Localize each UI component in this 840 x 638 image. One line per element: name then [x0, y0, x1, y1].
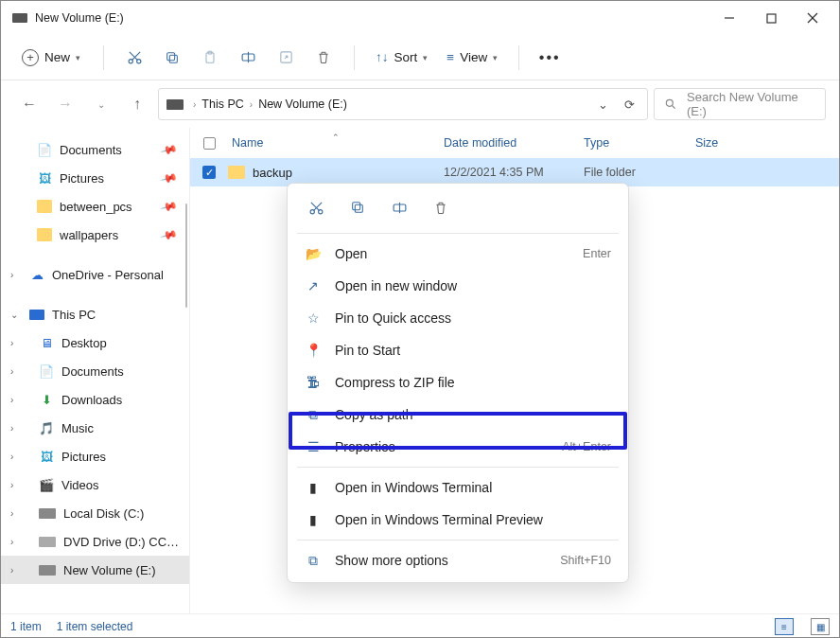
ctx-open-new-window[interactable]: ↗Open in new window	[293, 270, 622, 302]
nav-videos[interactable]: ›🎬Videos	[1, 470, 189, 499]
search-icon	[664, 97, 677, 111]
folder-open-icon: 📂	[305, 246, 322, 261]
address-bar[interactable]: › This PC › New Volume (E:) ⌄ ⟳	[158, 88, 648, 120]
chevron-right-icon[interactable]: ›	[10, 270, 13, 280]
share-button[interactable]	[269, 42, 303, 74]
svg-rect-22	[353, 203, 360, 210]
minimize-button[interactable]	[709, 1, 750, 35]
col-size[interactable]: Size	[695, 136, 761, 150]
pin-icon: 📌	[160, 197, 179, 216]
svg-rect-9	[167, 52, 175, 60]
ctx-copy-button[interactable]	[341, 193, 375, 222]
col-name[interactable]: Name⌃	[228, 136, 444, 150]
svg-rect-1	[767, 14, 776, 23]
details-view-button[interactable]: ≡	[775, 618, 794, 635]
nav-pane[interactable]: 📄Documents📌 🖼Pictures📌 between_pcs📌 wall…	[1, 128, 190, 613]
chevron-right-icon[interactable]: ›	[10, 395, 13, 405]
window-title: New Volume (E:)	[35, 11, 124, 25]
svg-line-16	[673, 106, 675, 109]
rename-button[interactable]	[231, 42, 265, 74]
breadcrumb-root[interactable]: This PC	[201, 97, 243, 111]
search-box[interactable]: Search New Volume (E:)	[654, 88, 826, 120]
up-button[interactable]: ↑	[122, 88, 152, 120]
new-button[interactable]: + New ▾	[14, 42, 90, 74]
onedrive-icon: ☁	[29, 268, 44, 281]
view-label: View	[460, 50, 487, 64]
quick-wallpapers[interactable]: wallpapers📌	[1, 221, 189, 249]
row-checkbox[interactable]: ✓	[202, 166, 216, 179]
chevron-right-icon[interactable]: ›	[10, 565, 13, 576]
forward-button[interactable]: →	[50, 88, 80, 120]
nav-new-volume-e[interactable]: ›New Volume (E:)	[1, 556, 189, 584]
delete-button[interactable]	[306, 42, 341, 74]
nav-row: ← → ⌄ ↑ › This PC › New Volume (E:) ⌄ ⟳ …	[1, 80, 839, 128]
ctx-properties[interactable]: ☰PropertiesAlt+Enter	[293, 431, 622, 463]
ctx-pin-start[interactable]: 📍Pin to Start	[293, 334, 622, 366]
refresh-button[interactable]: ⟳	[619, 97, 639, 112]
folder-icon	[37, 200, 52, 213]
ctx-delete-button[interactable]	[424, 193, 458, 222]
ctx-compress-zip[interactable]: 🗜Compress to ZIP file	[293, 366, 622, 399]
nav-onedrive[interactable]: ›☁OneDrive - Personal	[1, 260, 189, 289]
back-button[interactable]: ←	[14, 88, 44, 120]
close-button[interactable]	[792, 1, 833, 35]
col-type[interactable]: Type	[584, 136, 695, 150]
dvd-icon	[39, 537, 56, 547]
chevron-right-icon[interactable]: ›	[10, 452, 13, 462]
ctx-show-more[interactable]: ⧉Show more optionsShift+F10	[293, 544, 622, 576]
col-date[interactable]: Date modified	[444, 136, 584, 150]
paste-button[interactable]	[193, 42, 227, 74]
context-menu: 📂OpenEnter ↗Open in new window ☆Pin to Q…	[287, 183, 629, 583]
search-placeholder: Search New Volume (E:)	[687, 90, 815, 118]
ctx-cut-button[interactable]	[299, 193, 333, 222]
ctx-open-terminal[interactable]: ▮Open in Windows Terminal	[293, 471, 622, 504]
document-icon: 📄	[37, 143, 52, 156]
chevron-right-icon[interactable]: ›	[10, 480, 13, 490]
more-button[interactable]: •••	[533, 42, 567, 74]
recent-button[interactable]: ⌄	[86, 88, 116, 120]
quick-between-pcs[interactable]: between_pcs📌	[1, 192, 189, 221]
view-button[interactable]: ≡ View ▾	[439, 42, 505, 74]
terminal-preview-icon: ▮	[305, 512, 322, 527]
copy-button[interactable]	[155, 42, 189, 74]
chevron-right-icon[interactable]: ›	[10, 508, 13, 519]
ctx-pin-quick-access[interactable]: ☆Pin to Quick access	[293, 302, 622, 334]
quick-pictures[interactable]: 🖼Pictures📌	[1, 164, 189, 192]
cut-button[interactable]	[117, 42, 151, 74]
chevron-right-icon[interactable]: ›	[10, 537, 13, 547]
chevron-right-icon[interactable]: ›	[10, 366, 13, 377]
chevron-right-icon[interactable]: ›	[10, 423, 13, 434]
open-new-icon: ↗	[305, 278, 322, 293]
row-type: File folder	[584, 166, 695, 179]
nav-dvd-drive-d[interactable]: ›DVD Drive (D:) CCCOM…	[1, 527, 189, 556]
select-all-checkbox[interactable]	[203, 137, 216, 150]
nav-music[interactable]: ›🎵Music	[1, 414, 189, 442]
videos-icon: 🎬	[39, 478, 54, 491]
chevron-down-icon: ▾	[76, 53, 80, 62]
sort-arrow-icon: ⌃	[332, 133, 340, 142]
pin-icon: 📍	[305, 343, 322, 358]
maximize-button[interactable]	[750, 1, 792, 35]
ctx-open-terminal-preview[interactable]: ▮Open in Windows Terminal Preview	[293, 504, 622, 536]
ellipsis-icon: •••	[539, 49, 561, 66]
properties-icon: ☰	[305, 439, 322, 454]
ctx-open[interactable]: 📂OpenEnter	[293, 238, 622, 270]
history-dropdown[interactable]: ⌄	[592, 97, 613, 112]
nav-desktop[interactable]: ›🖥Desktop	[1, 328, 189, 357]
nav-this-pc[interactable]: ⌄This PC	[1, 300, 189, 328]
chevron-down-icon[interactable]: ⌄	[10, 310, 18, 320]
ctx-rename-button[interactable]	[382, 193, 416, 222]
nav-local-disk-c[interactable]: ›Local Disk (C:)	[1, 499, 189, 527]
quick-documents[interactable]: 📄Documents📌	[1, 135, 189, 164]
nav-downloads[interactable]: ›⬇Downloads	[1, 385, 189, 414]
nav-documents[interactable]: ›📄Documents	[1, 357, 189, 385]
sort-button[interactable]: ↑↓ Sort ▾	[368, 42, 435, 74]
chevron-right-icon[interactable]: ›	[10, 338, 13, 348]
music-icon: 🎵	[39, 421, 54, 434]
breadcrumb-current[interactable]: New Volume (E:)	[258, 97, 347, 111]
folder-icon	[37, 228, 52, 241]
sort-icon: ↑↓	[376, 50, 389, 64]
nav-pictures[interactable]: ›🖼Pictures	[1, 442, 189, 470]
thumbnails-view-button[interactable]: ▦	[811, 618, 830, 635]
ctx-copy-path[interactable]: ⧉Copy as path	[293, 399, 622, 431]
